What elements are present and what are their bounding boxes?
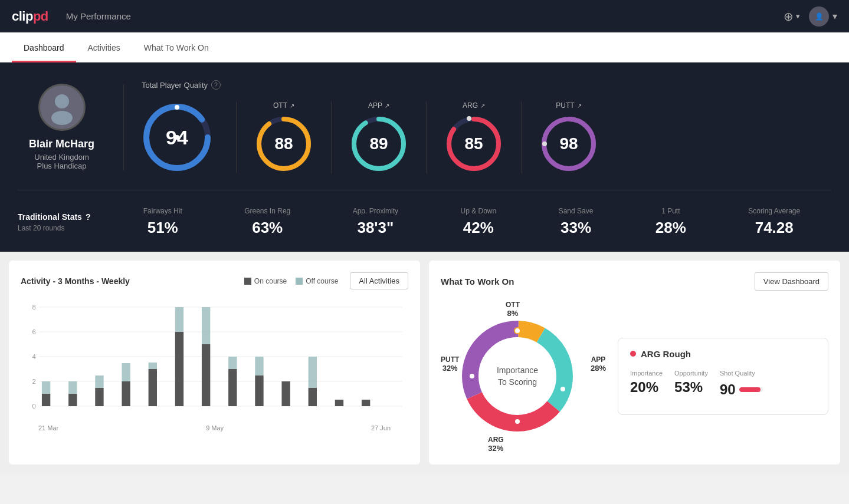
svg-text:To Scoring: To Scoring [498, 377, 537, 387]
putt-value: 98 [559, 134, 578, 153]
score-item-putt: PUTT↗ 98 [522, 101, 616, 173]
main-circle: 94 [142, 102, 212, 173]
svg-rect-29 [68, 381, 77, 394]
hero-section: Blair McHarg United Kingdom Plus Handica… [0, 62, 849, 252]
legend-off-course: Off course [296, 277, 338, 285]
top-nav: clippd My Performance ⊕ ▾ 👤 ▾ [0, 0, 849, 32]
svg-point-58 [469, 373, 475, 379]
putt-circle: 98 [539, 114, 598, 173]
putt-label: PUTT↗ [556, 101, 581, 110]
user-chevron-icon: ▾ [832, 11, 837, 22]
svg-rect-38 [202, 344, 210, 406]
opportunity-metric: Opportunity 53% [674, 370, 708, 398]
arg-label: ARG↗ [463, 101, 485, 110]
tabs-bar: Dashboard Activities What To Work On [0, 32, 849, 62]
quality-section: Total Player Quality ? 94 [124, 80, 831, 173]
legend-on-course: On course [244, 277, 287, 285]
svg-rect-36 [175, 332, 183, 406]
hero-top: Blair McHarg United Kingdom Plus Handica… [18, 80, 831, 173]
add-button[interactable]: ⊕ ▾ [784, 9, 800, 24]
importance-metric: Importance 20% [630, 370, 663, 398]
svg-text:Importance: Importance [497, 365, 538, 375]
view-dashboard-button[interactable]: View Dashboard [755, 272, 828, 291]
total-quality-value: 94 [166, 126, 188, 149]
svg-point-56 [560, 386, 566, 392]
svg-rect-46 [309, 357, 317, 388]
donut-svg: Importance To Scoring [453, 311, 582, 441]
stats-subtitle: Last 20 rounds [18, 224, 112, 232]
tab-activities[interactable]: Activities [76, 32, 132, 62]
ott-label: OTT↗ [273, 101, 294, 110]
stats-label: Traditional Stats ? Last 20 rounds [18, 212, 112, 232]
svg-text:8: 8 [32, 304, 35, 311]
score-item-app: APP↗ 89 [332, 101, 427, 173]
chart-area: 8 6 4 2 0 [21, 301, 408, 431]
all-activities-button[interactable]: All Activities [350, 272, 408, 289]
svg-point-15 [542, 141, 547, 146]
tab-what-to-work-on[interactable]: What To Work On [132, 32, 221, 62]
stats-row: Traditional Stats ? Last 20 rounds Fairw… [18, 190, 831, 237]
stat-scoring: Scoring Average 74.28 [748, 207, 800, 237]
stat-updown: Up & Down 42% [461, 207, 497, 237]
svg-text:6: 6 [32, 328, 35, 335]
svg-rect-26 [42, 394, 50, 406]
stat-fairways: Fairways Hit 51% [143, 207, 182, 237]
stat-items: Fairways Hit 51% Greens In Reg 63% App. … [112, 207, 831, 237]
help-icon[interactable]: ? [211, 80, 221, 90]
bottom-panels: Activity - 3 Months - Weekly On course O… [0, 252, 849, 473]
stats-help-icon[interactable]: ? [86, 212, 91, 222]
arg-value: 85 [464, 134, 483, 153]
score-item-ott: OTT↗ 88 [237, 101, 332, 173]
stat-greens: Greens In Reg 63% [244, 207, 290, 237]
svg-rect-45 [309, 388, 317, 406]
sq-bar-wrap [739, 387, 763, 392]
svg-rect-32 [122, 381, 130, 406]
svg-point-1 [51, 111, 73, 125]
svg-rect-34 [149, 369, 157, 406]
arg-card-title: ARG Rough [630, 349, 816, 359]
svg-rect-30 [95, 388, 103, 406]
svg-rect-44 [281, 381, 290, 406]
svg-text:0: 0 [32, 403, 35, 410]
chart-header: Activity - 3 Months - Weekly On course O… [21, 272, 408, 289]
svg-rect-39 [202, 307, 210, 344]
svg-point-0 [55, 94, 69, 108]
legend-off-icon [296, 278, 303, 285]
app-value: 89 [369, 134, 388, 153]
logo: clippd [12, 9, 48, 24]
svg-point-57 [514, 419, 520, 424]
player-name: Blair McHarg [29, 138, 94, 150]
app-circle: 89 [349, 114, 408, 173]
chart-labels: 21 Mar 9 May 27 Jun [21, 421, 408, 431]
svg-rect-43 [255, 357, 263, 375]
svg-rect-40 [228, 369, 237, 406]
svg-rect-31 [95, 375, 103, 388]
app-donut-label: APP28% [591, 355, 606, 373]
svg-point-55 [514, 328, 520, 334]
stat-proximity: App. Proximity 38'3" [353, 207, 398, 237]
stat-sandsave: Sand Save 33% [559, 207, 594, 237]
svg-rect-33 [122, 363, 130, 381]
player-avatar [38, 84, 86, 131]
player-handicap: Plus Handicap [37, 162, 87, 170]
legend-on-icon [244, 278, 251, 285]
wtwo-header: What To Work On View Dashboard [441, 272, 828, 291]
shot-quality-metric: Shot Quality 90 [720, 370, 763, 398]
svg-rect-41 [228, 357, 237, 369]
user-menu[interactable]: 👤 ▾ [809, 6, 837, 27]
tab-dashboard[interactable]: Dashboard [12, 32, 76, 62]
activity-panel: Activity - 3 Months - Weekly On course O… [9, 261, 420, 465]
stats-title: Traditional Stats ? [18, 212, 112, 222]
svg-point-12 [467, 116, 471, 121]
ott-value: 88 [274, 134, 293, 153]
player-country: United Kingdom [34, 153, 89, 162]
donut-container: Importance To Scoring OTT8% APP28% ARG32… [441, 299, 606, 453]
svg-rect-42 [255, 375, 263, 406]
quality-scores: 94 OTT↗ 88 [142, 101, 831, 173]
quality-label: Total Player Quality ? [142, 80, 831, 90]
ott-donut-label: OTT8% [506, 301, 520, 318]
player-info: Blair McHarg United Kingdom Plus Handica… [18, 84, 124, 170]
svg-point-5 [175, 105, 179, 110]
nav-title: My Performance [66, 11, 784, 21]
chevron-icon: ▾ [796, 12, 800, 21]
